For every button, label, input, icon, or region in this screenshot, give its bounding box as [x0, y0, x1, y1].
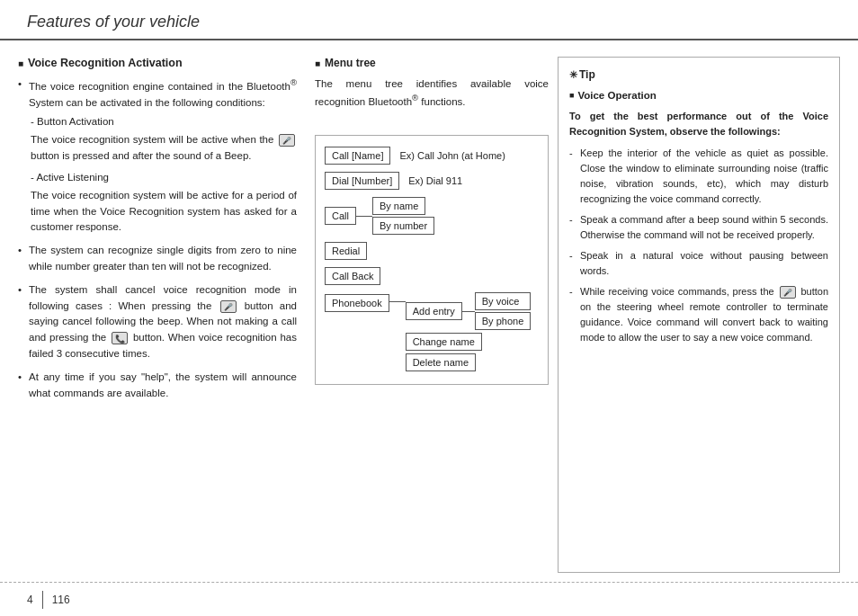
sub-label-active: - Active Listening — [31, 170, 297, 186]
tip-intro: To get the best performance out of the V… — [569, 109, 828, 139]
page-header: Features of your vehicle — [0, 0, 858, 40]
by-name-row: By name — [372, 197, 434, 215]
by-number-row: By number — [372, 217, 434, 235]
sub-section-button: - Button Activation The voice recognitio… — [18, 114, 297, 236]
node-call-back: Call Back — [325, 267, 380, 285]
node-by-number: By number — [372, 217, 434, 235]
line-call — [356, 216, 372, 217]
tip-item-2: Speak a command after a beep sound withi… — [569, 212, 828, 243]
tip-item-1: Keep the interior of the vehicle as quie… — [569, 146, 828, 207]
node-call: Call — [325, 207, 356, 225]
node-dial-number: Dial [Number] — [325, 172, 399, 190]
tip-box: Tip Voice Operation To get the best perf… — [558, 57, 840, 573]
line-phonebook — [389, 301, 406, 302]
phonebook-children: Add entry By voice By phone Change name … — [406, 292, 532, 371]
node-by-name: By name — [372, 197, 425, 215]
bullet-item-4: At any time if you say "help", the syste… — [18, 370, 297, 402]
phone-button-icon: 📞 — [112, 332, 128, 344]
bullet-item-3: The system shall cancel voice recognitio… — [18, 282, 297, 362]
call-children: By name By number — [372, 197, 434, 235]
add-entry-children: By voice By phone — [475, 292, 531, 330]
footer-divider — [42, 591, 43, 609]
tree-row-call: Call By name By number — [325, 197, 539, 235]
bullet-item-1: The voice recognition engine contained i… — [18, 76, 297, 236]
tree-row-call-name: Call [Name] Ex) Call John (at Home) — [325, 147, 539, 165]
change-name-row: Change name — [406, 333, 532, 351]
ex-call-name: Ex) Call John (at Home) — [399, 150, 505, 161]
tree-row-call-back: Call Back — [325, 267, 539, 285]
sub-desc-active: The voice recognition system will be act… — [31, 188, 297, 236]
delete-name-row: Delete name — [406, 353, 532, 371]
tip-item-4: While receiving voice commands, press th… — [569, 284, 828, 345]
node-phonebook: Phonebook — [325, 294, 389, 312]
tip-list: Keep the interior of the vehicle as quie… — [569, 146, 828, 346]
tip-item-3: Speak in a natural voice without pausing… — [569, 248, 828, 279]
node-by-phone: By phone — [475, 312, 531, 330]
node-redial: Redial — [325, 242, 367, 260]
page-title: Features of your vehicle — [27, 13, 200, 31]
bullet-text-4: At any time if you say "help", the syste… — [18, 370, 297, 402]
bullet-item-2: The system can recognize single digits f… — [18, 243, 297, 275]
node-call-name: Call [Name] — [325, 147, 390, 165]
tree-row-redial: Redial — [325, 242, 539, 260]
ex-dial-number: Ex) Dial 911 — [408, 175, 462, 186]
node-change-name: Change name — [406, 333, 482, 351]
mic-button-icon: 🎤 — [279, 134, 295, 147]
voice-recognition-title: Voice Recognition Activation — [18, 57, 297, 69]
footer-page-number: 116 — [52, 594, 70, 606]
footer-page-info: 4 116 — [27, 591, 70, 609]
bullet-text-3: The system shall cancel voice recognitio… — [18, 282, 297, 362]
line-add-entry — [462, 311, 475, 312]
tip-sub-title: Voice Operation — [569, 88, 828, 104]
content-area: Voice Recognition Activation The voice r… — [0, 40, 858, 573]
cancel-button-icon: 🎤 — [220, 300, 237, 313]
menu-intro: The menu tree identifies available voice… — [315, 76, 549, 110]
middle-column: Menu tree The menu tree identifies avail… — [306, 57, 549, 573]
menu-tree-box: Call [Name] Ex) Call John (at Home) Dial… — [315, 135, 549, 385]
node-delete-name: Delete name — [406, 353, 476, 371]
bullet-text-1: The voice recognition engine contained i… — [18, 76, 297, 111]
sub-desc-button: The voice recognition system will be act… — [31, 132, 297, 165]
tree-row-phonebook: Phonebook Add entry By voice By phone — [325, 292, 539, 371]
footer-section: 4 — [27, 594, 33, 606]
steering-button-icon: 🎤 — [780, 286, 796, 299]
bullet-text-2: The system can recognize single digits f… — [18, 243, 297, 275]
add-entry-row: Add entry By voice By phone — [406, 292, 532, 330]
left-column: Voice Recognition Activation The voice r… — [18, 57, 297, 573]
tree-row-dial-number: Dial [Number] Ex) Dial 911 — [325, 172, 539, 190]
sub-label-button: - Button Activation — [31, 114, 297, 130]
node-by-voice: By voice — [475, 292, 531, 310]
tip-header: Tip — [569, 67, 828, 84]
menu-tree-title: Menu tree — [315, 57, 549, 69]
node-add-entry: Add entry — [406, 302, 462, 320]
page-footer: 4 116 — [0, 582, 858, 616]
